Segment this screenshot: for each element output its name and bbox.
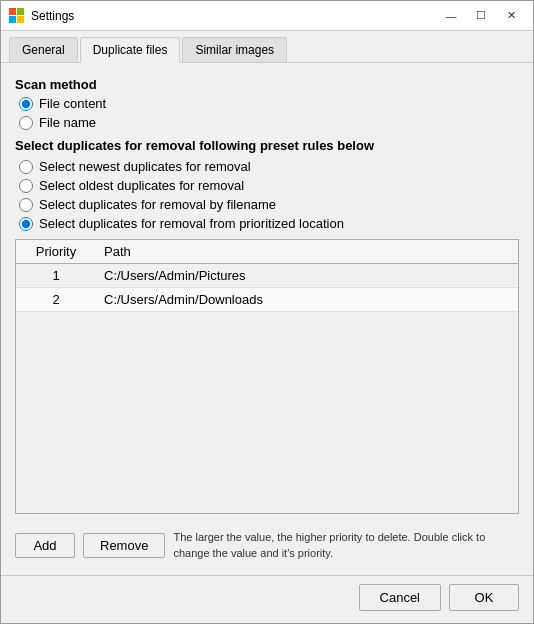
radio-file-name-label: File name <box>39 115 96 130</box>
radio-newest[interactable]: Select newest duplicates for removal <box>19 159 519 174</box>
priority-table-container: Priority Path 1 C:/Users/Admin/Pictures … <box>15 239 519 514</box>
tab-general[interactable]: General <box>9 37 78 62</box>
footer: Cancel OK <box>1 575 533 623</box>
radio-filename-label: Select duplicates for removal by filenam… <box>39 197 276 212</box>
add-button[interactable]: Add <box>15 533 75 558</box>
maximize-button[interactable]: ☐ <box>467 6 495 26</box>
cell-path: C:/Users/Admin/Downloads <box>96 288 518 312</box>
window-title: Settings <box>31 9 437 23</box>
radio-oldest-label: Select oldest duplicates for removal <box>39 178 244 193</box>
radio-prioritized-label: Select duplicates for removal from prior… <box>39 216 344 231</box>
tab-similar-images[interactable]: Similar images <box>182 37 287 62</box>
table-row[interactable]: 2 C:/Users/Admin/Downloads <box>16 288 518 312</box>
table-action-bar: Add Remove The larger the value, the hig… <box>15 522 519 565</box>
cell-path: C:/Users/Admin/Pictures <box>96 264 518 288</box>
radio-file-content-input[interactable] <box>19 97 33 111</box>
duplicates-options: Select newest duplicates for removal Sel… <box>19 159 519 231</box>
radio-filename[interactable]: Select duplicates for removal by filenam… <box>19 197 519 212</box>
ok-button[interactable]: OK <box>449 584 519 611</box>
scan-method-section: Scan method File content File name <box>15 77 519 130</box>
table-row[interactable]: 1 C:/Users/Admin/Pictures <box>16 264 518 288</box>
radio-file-content[interactable]: File content <box>19 96 519 111</box>
col-priority: Priority <box>16 240 96 264</box>
duplicates-title: Select duplicates for removal following … <box>15 138 519 153</box>
tab-content: Scan method File content File name Selec… <box>1 63 533 575</box>
title-bar: Settings — ☐ ✕ <box>1 1 533 31</box>
close-button[interactable]: ✕ <box>497 6 525 26</box>
scan-method-options: File content File name <box>19 96 519 130</box>
scan-method-title: Scan method <box>15 77 519 92</box>
settings-window: Settings — ☐ ✕ General Duplicate files S… <box>0 0 534 624</box>
radio-file-content-label: File content <box>39 96 106 111</box>
radio-prioritized[interactable]: Select duplicates for removal from prior… <box>19 216 519 231</box>
radio-newest-label: Select newest duplicates for removal <box>39 159 251 174</box>
tab-bar: General Duplicate files Similar images <box>1 31 533 63</box>
cell-priority: 1 <box>16 264 96 288</box>
duplicates-section: Select duplicates for removal following … <box>15 138 519 231</box>
cell-priority: 2 <box>16 288 96 312</box>
radio-oldest-input[interactable] <box>19 179 33 193</box>
radio-file-name-input[interactable] <box>19 116 33 130</box>
radio-newest-input[interactable] <box>19 160 33 174</box>
app-icon <box>9 8 25 24</box>
minimize-button[interactable]: — <box>437 6 465 26</box>
window-controls: — ☐ ✕ <box>437 6 525 26</box>
priority-table: Priority Path 1 C:/Users/Admin/Pictures … <box>16 240 518 312</box>
col-path: Path <box>96 240 518 264</box>
radio-file-name[interactable]: File name <box>19 115 519 130</box>
hint-text: The larger the value, the higher priorit… <box>173 530 519 561</box>
radio-filename-input[interactable] <box>19 198 33 212</box>
cancel-button[interactable]: Cancel <box>359 584 441 611</box>
radio-oldest[interactable]: Select oldest duplicates for removal <box>19 178 519 193</box>
tab-duplicate-files[interactable]: Duplicate files <box>80 37 181 63</box>
radio-prioritized-input[interactable] <box>19 217 33 231</box>
remove-button[interactable]: Remove <box>83 533 165 558</box>
